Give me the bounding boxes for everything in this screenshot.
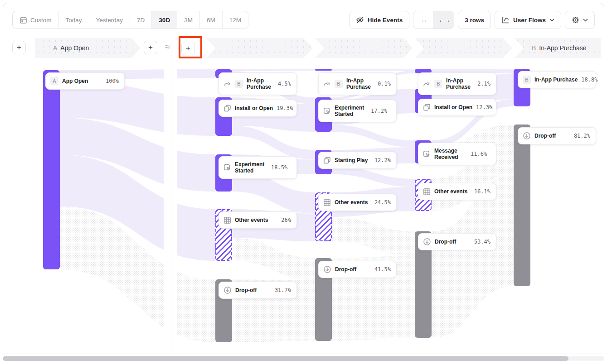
add-step-highlighted-button[interactable]: +: [181, 42, 195, 55]
node-percentage: 100%: [106, 78, 119, 84]
sankey-card-other-events[interactable]: Other events16.1%: [418, 183, 496, 200]
add-step-before-a-button[interactable]: +: [12, 41, 26, 54]
click-pointer-icon: [323, 107, 331, 115]
node-percentage: 24.5%: [374, 199, 391, 206]
sankey-card-drop-off[interactable]: Drop-off41.5%: [318, 261, 397, 278]
node-label: In-App Purchase: [534, 77, 578, 83]
date-range-yesterday[interactable]: Yesterday: [89, 11, 131, 29]
sankey-bar-in-app-purchase[interactable]: [315, 69, 332, 71]
sankey-card-experiment-started[interactable]: Experiment Started18.5%: [219, 156, 297, 179]
sankey-card-app-open[interactable]: AApp Open100%: [45, 72, 125, 90]
sankey-card-other-events[interactable]: Other events24.5%: [318, 194, 397, 211]
eye-off-icon: [356, 16, 364, 24]
node-percentage: 53.4%: [474, 239, 490, 245]
chart-bottom-border: [3, 354, 604, 354]
date-range-label: 6M: [207, 17, 215, 24]
node-label: In-App Purchase: [247, 77, 274, 90]
node-percentage: 16.1%: [474, 188, 490, 195]
node-label: App Open: [62, 78, 102, 84]
event-letter-badge: A: [50, 77, 58, 85]
node-label: Message Received: [434, 148, 467, 160]
sankey-card-in-app-purchase[interactable]: BIn-App Purchase4.5%: [219, 72, 297, 95]
expand-columns-button[interactable]: ←→: [434, 11, 454, 29]
node-label: Other events: [434, 188, 471, 195]
grid-icon: [323, 199, 331, 206]
user-flows-report: CustomTodayYesterday7D30D3M6M12M Hide Ev…: [0, 0, 607, 364]
step-b-label: In-App Purchase: [539, 44, 586, 52]
view-selector-label: User Flows: [513, 17, 546, 24]
step-b-badge: B: [532, 44, 536, 52]
line-chart-icon: [501, 16, 510, 24]
node-percentage: 0.1%: [378, 81, 391, 87]
copy-squares-icon: [423, 104, 431, 111]
node-label: Other events: [235, 217, 277, 223]
date-range-6m[interactable]: 6M: [200, 11, 223, 29]
sankey-card-drop-off[interactable]: Drop-off81.2%: [518, 127, 596, 144]
click-pointer-icon: [423, 150, 431, 158]
sankey-card-install-or-open[interactable]: Install or Open19.3%: [219, 100, 297, 117]
drop-off-icon: [223, 286, 232, 294]
drop-off-icon: [423, 238, 431, 246]
node-percentage: 17.2%: [371, 108, 387, 114]
sankey-card-message-received[interactable]: Message Received11.6%: [418, 143, 496, 165]
node-percentage: 11.6%: [471, 151, 487, 157]
settings-dropdown[interactable]: ⚙: [565, 11, 595, 29]
toolbar: CustomTodayYesterday7D30D3M6M12M Hide Ev…: [12, 11, 595, 29]
horizontal-scrollbar-thumb[interactable]: [3, 356, 568, 361]
date-range-today[interactable]: Today: [59, 11, 89, 29]
gear-icon: ⚙: [572, 15, 579, 25]
sankey-card-experiment-started[interactable]: Experiment Started17.2%: [318, 100, 397, 122]
collapse-columns-button[interactable]: →←: [413, 11, 434, 29]
sankey-bar-drop-off[interactable]: [514, 125, 530, 286]
sankey-card-in-app-purchase[interactable]: BIn-App Purchase18.8%: [518, 71, 596, 88]
sankey-bar-app-open[interactable]: [43, 70, 60, 269]
date-range-label: 12M: [229, 17, 241, 24]
date-range-label: 7D: [137, 17, 145, 24]
date-range-label: Custom: [30, 17, 52, 24]
date-range-selector: CustomTodayYesterday7D30D3M6M12M: [12, 11, 248, 29]
sankey-card-install-or-open[interactable]: Install or Open12.3%: [418, 99, 496, 116]
node-label: Install or Open: [235, 105, 273, 111]
section-divider: [171, 40, 171, 354]
node-percentage: 12.2%: [374, 157, 391, 163]
sankey-card-starting-play[interactable]: Starting Play12.2%: [318, 152, 397, 169]
node-label: Experiment Started: [235, 161, 267, 174]
node-label: Drop-off: [435, 239, 471, 245]
step-band-2[interactable]: [206, 38, 313, 58]
sankey-card-in-app-purchase[interactable]: BIn-App Purchase2.1%: [418, 72, 496, 95]
step-a-badge: A: [53, 44, 57, 52]
hide-events-button[interactable]: Hide Events: [349, 11, 409, 29]
trend-arrow-icon: [423, 80, 431, 88]
rows-button[interactable]: 3 rows: [458, 11, 491, 29]
chevron-down-icon: [549, 19, 554, 22]
date-range-custom[interactable]: Custom: [13, 11, 59, 29]
date-range-label: Yesterday: [96, 17, 123, 24]
trend-arrow-icon: [223, 80, 231, 88]
step-band-4[interactable]: [415, 38, 512, 58]
node-percentage: 2.1%: [477, 81, 490, 87]
sankey-card-other-events[interactable]: Other events26%: [219, 211, 297, 229]
step-band-b[interactable]: B In-App Purchase: [515, 38, 601, 58]
step-a-label: App Open: [60, 44, 89, 52]
copy-squares-icon: [223, 105, 231, 112]
date-range-12m[interactable]: 12M: [223, 11, 248, 29]
node-label: Drop-off: [335, 266, 371, 273]
date-range-3m[interactable]: 3M: [177, 11, 200, 29]
sankey-card-drop-off[interactable]: Drop-off53.4%: [418, 233, 496, 250]
width-toggle: →← ←→: [413, 11, 454, 29]
date-range-label: 30D: [159, 17, 170, 24]
node-label: Install or Open: [434, 104, 472, 110]
sankey-card-in-app-purchase[interactable]: BIn-App Purchase0.1%: [318, 72, 397, 95]
view-selector-dropdown[interactable]: User Flows: [495, 11, 561, 29]
step-band-3[interactable]: [315, 38, 413, 58]
event-letter-badge: B: [523, 76, 531, 84]
event-letter-badge: B: [235, 80, 243, 88]
add-step-after-a-button[interactable]: +: [144, 41, 157, 54]
step-band-a[interactable]: A App Open: [35, 38, 141, 58]
date-range-30d[interactable]: 30D: [152, 11, 177, 29]
grid-icon: [223, 216, 231, 224]
sankey-card-drop-off[interactable]: Drop-off31.7%: [219, 282, 297, 299]
node-label: Drop-off: [534, 133, 570, 139]
date-range-7d[interactable]: 7D: [130, 11, 152, 29]
hide-events-label: Hide Events: [368, 17, 403, 24]
